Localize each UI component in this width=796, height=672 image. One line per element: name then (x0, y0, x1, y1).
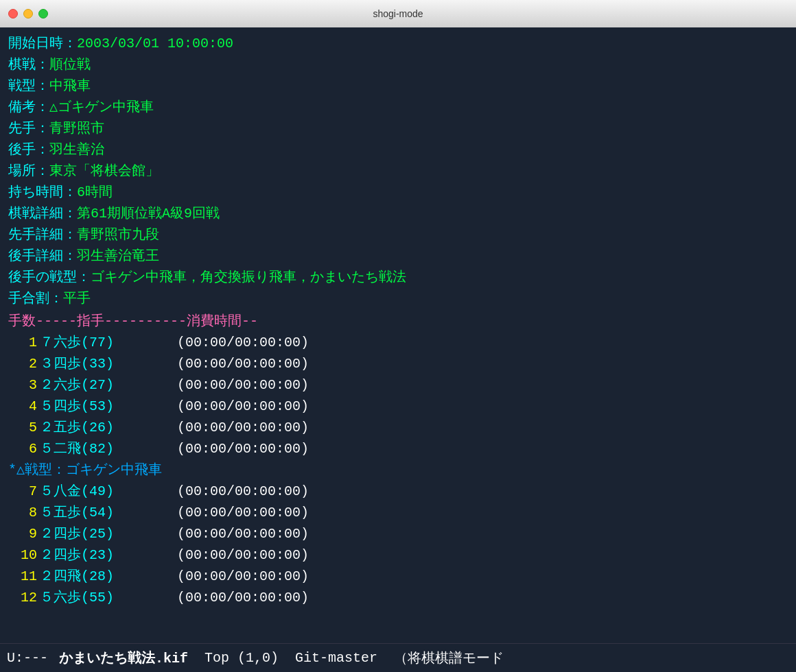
val-biko: △ゴキゲン中飛車 (49, 99, 154, 115)
move-row-4: 4 ５四歩(53) (00:00/00:00:00) (8, 396, 788, 417)
move-detail-5: ２五歩(26) (40, 417, 177, 438)
val-jikan: 6時間 (77, 184, 113, 200)
move-detail-9: ２四歩(25) (40, 523, 177, 544)
move-time-3: (00:00/00:00:00) (177, 374, 309, 396)
val-gote: 羽生善治 (49, 142, 104, 158)
info-line-gote: 後手：羽生善治 (8, 139, 788, 160)
label-sente: 先手： (8, 121, 49, 136)
move-row-10: 10 ２四歩(23) (00:00/00:00:00) (8, 544, 788, 566)
label-datetime: 開始日時： (8, 36, 77, 51)
title-bar: shogi-mode (0, 0, 796, 27)
move-row-7: 7 ５八金(49) (00:00/00:00:00) (8, 481, 788, 502)
status-mode: （将棋棋譜モード (394, 649, 504, 667)
move-num-9: 9 (8, 523, 37, 544)
move-time-2: (00:00/00:00:00) (177, 353, 309, 374)
val-gote-detail: 羽生善治竜王 (77, 248, 159, 264)
minimize-button[interactable] (23, 9, 33, 19)
label-jikan: 持ち時間： (8, 184, 77, 200)
move-time-6: (00:00/00:00:00) (177, 438, 309, 459)
move-detail-3: ２六歩(27) (40, 374, 177, 396)
info-line-gote-detail: 後手詳細：羽生善治竜王 (8, 245, 788, 267)
move-num-7: 7 (8, 481, 37, 502)
status-filename: かまいたち戦法.kif (59, 649, 188, 667)
label-kisen: 棋戦： (8, 57, 49, 73)
move-num-6: 6 (8, 438, 37, 459)
info-line-sente-detail: 先手詳細：青野照市九段 (8, 224, 788, 245)
label-gote-detail: 後手詳細： (8, 248, 77, 264)
move-detail-8: ５五歩(54) (40, 502, 177, 523)
info-line-gote-sentype: 後手の戦型：ゴキゲン中飛車，角交換振り飛車，かまいたち戦法 (8, 267, 788, 288)
moves-header: 手数-----指手----------消費時間-- (8, 311, 788, 332)
move-detail-1: ７六歩(77) (40, 332, 177, 353)
move-time-10: (00:00/00:00:00) (177, 544, 309, 566)
info-line-teai: 手合割：平手 (8, 288, 788, 309)
move-time-1: (00:00/00:00:00) (177, 332, 309, 353)
info-line-sente: 先手：青野照市 (8, 118, 788, 139)
move-num-1: 1 (8, 332, 37, 353)
main-content: 開始日時：2003/03/01 10:00:00 棋戦：順位戦 戦型：中飛車 備… (0, 27, 796, 643)
move-num-10: 10 (8, 544, 37, 566)
val-kisen-detail: 第61期順位戦A級9回戦 (77, 206, 220, 221)
info-line-jikan: 持ち時間：6時間 (8, 182, 788, 203)
val-basho: 東京「将棋会館」 (49, 163, 159, 179)
val-kisen: 順位戦 (49, 57, 91, 73)
info-line-kisen-detail: 棋戦詳細：第61期順位戦A級9回戦 (8, 203, 788, 224)
move-row-5: 5 ２五歩(26) (00:00/00:00:00) (8, 417, 788, 438)
move-detail-7: ５八金(49) (40, 481, 177, 502)
label-sentype: 戦型： (8, 78, 49, 94)
move-time-4: (00:00/00:00:00) (177, 396, 309, 417)
move-time-8: (00:00/00:00:00) (177, 502, 309, 523)
info-line-basho: 場所：東京「将棋会館」 (8, 160, 788, 182)
info-line-biko: 備考：△ゴキゲン中飛車 (8, 97, 788, 118)
status-u: U:--- (7, 650, 48, 666)
val-sente-detail: 青野照市九段 (77, 227, 159, 243)
moves-section: 手数-----指手----------消費時間-- 1 ７六歩(77) (00:… (8, 311, 788, 608)
maximize-button[interactable] (38, 9, 48, 19)
move-row-11: 11 ２四飛(28) (00:00/00:00:00) (8, 566, 788, 587)
move-row-9: 9 ２四歩(25) (00:00/00:00:00) (8, 523, 788, 544)
label-gote-sentype: 後手の戦型： (8, 269, 91, 285)
move-row-6: 6 ５二飛(82) (00:00/00:00:00) (8, 438, 788, 459)
val-sentype: 中飛車 (49, 78, 91, 94)
label-teai: 手合割： (8, 291, 63, 307)
status-branch: Git-master (295, 650, 377, 666)
move-num-11: 11 (8, 566, 37, 587)
val-sente: 青野照市 (49, 121, 104, 136)
info-line-kisen: 棋戦：順位戦 (8, 54, 788, 75)
move-num-12: 12 (8, 587, 37, 608)
window-title: shogi-mode (373, 8, 423, 19)
move-num-3: 3 (8, 374, 37, 396)
move-detail-4: ５四歩(53) (40, 396, 177, 417)
label-kisen-detail: 棋戦詳細： (8, 206, 77, 221)
move-row-3: 3 ２六歩(27) (00:00/00:00:00) (8, 374, 788, 396)
move-num-4: 4 (8, 396, 37, 417)
status-bar: U:--- かまいたち戦法.kif Top (1,0) Git-master （… (0, 643, 796, 672)
move-num-8: 8 (8, 502, 37, 523)
move-detail-11: ２四飛(28) (40, 566, 177, 587)
val-teai: 平手 (63, 291, 91, 307)
move-time-12: (00:00/00:00:00) (177, 587, 309, 608)
info-line-datetime: 開始日時：2003/03/01 10:00:00 (8, 33, 788, 54)
move-row-1: 1 ７六歩(77) (00:00/00:00:00) (8, 332, 788, 353)
move-detail-6: ５二飛(82) (40, 438, 177, 459)
label-basho: 場所： (8, 163, 49, 179)
move-time-11: (00:00/00:00:00) (177, 566, 309, 587)
status-position: Top (1,0) (204, 650, 279, 666)
move-num-5: 5 (8, 417, 37, 438)
move-time-5: (00:00/00:00:00) (177, 417, 309, 438)
move-time-7: (00:00/00:00:00) (177, 481, 309, 502)
label-biko: 備考： (8, 99, 49, 115)
move-detail-10: ２四歩(23) (40, 544, 177, 566)
move-row-12: 12 ５六歩(55) (00:00/00:00:00) (8, 587, 788, 608)
info-line-sentype: 戦型：中飛車 (8, 75, 788, 97)
header-info: 開始日時：2003/03/01 10:00:00 棋戦：順位戦 戦型：中飛車 備… (8, 33, 788, 309)
move-row-8: 8 ５五歩(54) (00:00/00:00:00) (8, 502, 788, 523)
move-detail-12: ５六歩(55) (40, 587, 177, 608)
close-button[interactable] (8, 9, 18, 19)
annotation-line: *△戦型：ゴキゲン中飛車 (8, 459, 788, 481)
move-row-2: 2 ３四歩(33) (00:00/00:00:00) (8, 353, 788, 374)
window-controls (8, 9, 48, 19)
move-detail-2: ３四歩(33) (40, 353, 177, 374)
move-num-2: 2 (8, 353, 37, 374)
label-sente-detail: 先手詳細： (8, 227, 77, 243)
